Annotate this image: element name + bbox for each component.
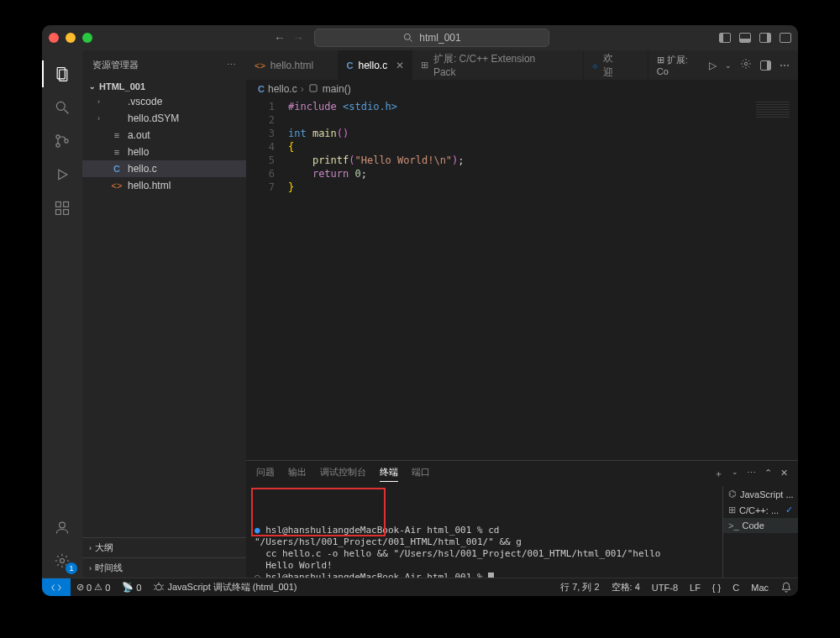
- ports-status[interactable]: 📡0: [116, 582, 147, 593]
- extensions-shortcut[interactable]: ⊞ 扩展: Co: [657, 54, 701, 76]
- nav-back-icon[interactable]: ←: [274, 31, 286, 44]
- panel-tab[interactable]: 问题: [256, 466, 275, 481]
- indentation-status[interactable]: 空格: 4: [606, 581, 646, 594]
- html-file-icon: <>: [111, 180, 123, 191]
- scm-activity-icon[interactable]: [42, 124, 82, 158]
- outline-section[interactable]: › 大纲: [82, 537, 246, 557]
- braces-status[interactable]: { }: [706, 583, 727, 593]
- bottom-panel: 问题输出调试控制台终端端口 ＋ ⌄ ⋯ ⌃ ✕ ● hsl@hanshulian…: [246, 460, 798, 578]
- terminal-list-item[interactable]: ⊞C/C++: ...✓: [723, 502, 798, 518]
- explorer-root[interactable]: ⌄ HTML_001: [82, 80, 246, 93]
- extension-icon: ⊞: [421, 60, 428, 71]
- toggle-primary-sidebar-icon[interactable]: [719, 33, 731, 43]
- svg-rect-13: [64, 210, 69, 215]
- debug-icon: ⌬: [728, 489, 737, 499]
- nav-arrows: ← →: [274, 31, 304, 44]
- settings-gear-icon[interactable]: [740, 58, 752, 72]
- svg-line-5: [65, 110, 69, 114]
- warning-icon: ⚠: [94, 582, 102, 593]
- panel-tabs: 问题输出调试控制台终端端口 ＋ ⌄ ⋯ ⌃ ✕: [246, 461, 798, 486]
- debug-activity-icon[interactable]: [42, 158, 82, 191]
- run-dropdown-icon[interactable]: ⌄: [725, 61, 732, 70]
- close-tab-icon[interactable]: ✕: [396, 60, 404, 71]
- new-terminal-icon[interactable]: ＋: [714, 468, 723, 480]
- explorer-activity-icon[interactable]: [42, 57, 82, 91]
- file-item[interactable]: <>hello.html: [82, 177, 246, 194]
- file-icon: ≡: [111, 147, 123, 157]
- breadcrumb-file[interactable]: hello.c: [268, 83, 297, 95]
- panel-actions: ＋ ⌄ ⋯ ⌃ ✕: [714, 468, 788, 480]
- maximize-window-button[interactable]: [82, 33, 92, 43]
- settings-activity-icon[interactable]: 1: [42, 544, 82, 578]
- file-label: a.out: [128, 129, 150, 141]
- toggle-secondary-sidebar-icon[interactable]: [759, 33, 771, 43]
- editor[interactable]: 1234567 #include <stdio.h> int main(){ p…: [246, 98, 798, 460]
- minimap[interactable]: [748, 98, 798, 460]
- code-content[interactable]: #include <stdio.h> int main(){ printf("H…: [288, 98, 748, 460]
- run-play-icon[interactable]: ▷: [709, 60, 717, 71]
- terminal-item-label: JavaScript ...: [740, 489, 794, 499]
- terminal[interactable]: ● hsl@hanshuliangdeMacBook-Air html_001 …: [246, 486, 722, 578]
- panel-tab[interactable]: 终端: [380, 466, 398, 482]
- chevron-icon: ›: [97, 114, 106, 123]
- eol-status[interactable]: LF: [684, 583, 706, 593]
- file-item[interactable]: ≡hello: [82, 144, 246, 160]
- file-item[interactable]: ›hello.dSYM: [82, 110, 246, 127]
- panel-tab[interactable]: 调试控制台: [320, 466, 366, 481]
- panel-tab[interactable]: 输出: [288, 466, 307, 481]
- file-item[interactable]: Chello.c: [82, 160, 246, 177]
- customize-layout-icon[interactable]: [780, 33, 791, 43]
- extension-icon: ⊞: [728, 505, 736, 515]
- panel-more-icon[interactable]: ⋯: [747, 468, 756, 480]
- close-window-button[interactable]: [49, 33, 59, 43]
- search-activity-icon[interactable]: [42, 91, 82, 124]
- panel-maximize-icon[interactable]: ⌃: [764, 468, 772, 480]
- editor-tab[interactable]: <>hello.html✕: [246, 50, 339, 80]
- breadcrumb-symbol[interactable]: main(): [323, 83, 351, 95]
- editor-tab[interactable]: ⊞扩展: C/C++ Extension Pack✕: [412, 50, 584, 80]
- debug-label: JavaScript 调试终端 (html_001): [167, 581, 297, 594]
- timeline-section[interactable]: › 时间线: [82, 557, 246, 578]
- file-item[interactable]: ›.vscode: [82, 93, 246, 110]
- c-file-icon: C: [347, 60, 354, 71]
- breadcrumb[interactable]: C hello.c › main(): [246, 80, 798, 98]
- encoding-status[interactable]: UTF-8: [646, 583, 684, 593]
- accounts-activity-icon[interactable]: [42, 510, 82, 544]
- extensions-activity-icon[interactable]: [42, 191, 82, 225]
- terminal-list-item[interactable]: ⌬JavaScript ...: [723, 486, 798, 502]
- chevron-right-icon: ›: [89, 544, 92, 552]
- language-mode[interactable]: C: [727, 583, 745, 593]
- split-editor-icon[interactable]: [760, 60, 771, 71]
- minimize-window-button[interactable]: [66, 33, 76, 43]
- command-center[interactable]: html_001: [314, 29, 549, 47]
- notifications-icon[interactable]: [774, 582, 798, 594]
- more-actions-icon[interactable]: ⋯: [780, 60, 790, 71]
- chevron-right-icon: ›: [89, 564, 92, 573]
- terminal-dropdown-icon[interactable]: ⌄: [732, 468, 738, 480]
- problems-status[interactable]: ⊘0 ⚠0: [71, 582, 116, 593]
- tab-label: hello.html: [270, 60, 313, 71]
- os-status[interactable]: Mac: [745, 583, 774, 593]
- sidebar-more-icon[interactable]: ⋯: [227, 60, 236, 71]
- panel-tab[interactable]: 端口: [412, 466, 430, 481]
- remote-indicator[interactable]: [42, 578, 71, 596]
- panel-close-icon[interactable]: ✕: [780, 468, 788, 480]
- window-controls: [49, 33, 92, 43]
- file-item[interactable]: ≡a.out: [82, 127, 246, 144]
- toggle-panel-icon[interactable]: [739, 33, 751, 43]
- vscode-icon: ⟐: [592, 60, 598, 71]
- nav-forward-icon[interactable]: →: [292, 31, 304, 44]
- editor-tab[interactable]: Chello.c✕: [339, 50, 412, 80]
- chevron-down-icon: ⌄: [89, 82, 96, 91]
- editor-tab[interactable]: ⟐欢迎✕: [584, 50, 648, 80]
- terminal-icon: >_: [728, 520, 739, 531]
- svg-point-8: [65, 139, 68, 143]
- cursor-position[interactable]: 行 7, 列 2: [554, 581, 605, 594]
- error-icon: ⊘: [76, 582, 84, 593]
- file-label: hello.c: [128, 163, 157, 175]
- debug-status[interactable]: JavaScript 调试终端 (html_001): [147, 581, 302, 594]
- titlebar-actions: [719, 33, 791, 43]
- activity-bar: 1: [42, 50, 82, 578]
- terminal-list-item[interactable]: >_Code: [723, 518, 798, 533]
- svg-marker-9: [59, 170, 67, 180]
